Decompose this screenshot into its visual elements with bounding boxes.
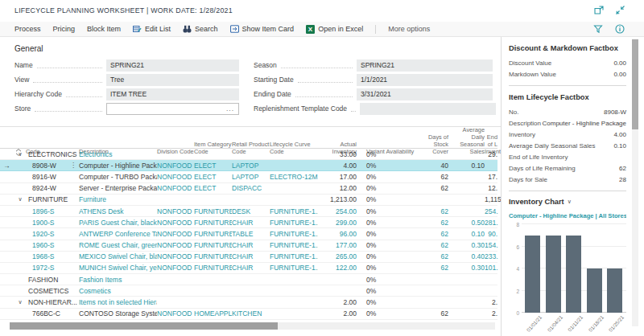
cell-days-of-stock-cover[interactable]: 62: [416, 264, 448, 272]
cell-variant-availability[interactable]: 0%: [366, 184, 416, 192]
cell-description[interactable]: MEXICO Swivel Chair, black: [79, 252, 157, 260]
cell-description[interactable]: Electronics: [79, 150, 157, 158]
cell-retail-product-code[interactable]: DISPACC: [232, 184, 270, 192]
cell-end-of-life-inventory[interactable]: 233.: [485, 252, 497, 260]
table-item-row[interactable]: 8916-WComputer - TURBO PackageNONFOODELE…: [0, 171, 497, 182]
cell-end-of-life-inventory[interactable]: 101.: [485, 264, 497, 272]
cell-code[interactable]: 1896-S: [26, 207, 79, 215]
cell-average-daily-seasonal-sales[interactable]: 0.30: [448, 264, 485, 272]
cell-variant-availability[interactable]: 0%: [366, 241, 416, 249]
edit-list-button[interactable]: Edit List: [133, 25, 171, 33]
cell-description[interactable]: Furniture: [79, 195, 157, 203]
cell-item-category-code[interactable]: FURNITURE: [194, 230, 232, 238]
cell-division-code[interactable]: NONFOOD: [157, 207, 194, 215]
cell-variant-availability[interactable]: 0%: [366, 162, 416, 170]
cell-lifecycle-curve-code[interactable]: FURNITURE-1...: [270, 219, 318, 227]
cell-end-of-life-inventory[interactable]: 90.: [485, 230, 497, 238]
open-in-excel-button[interactable]: X Open in Excel: [306, 25, 363, 34]
assist-edit-icon[interactable]: ...: [226, 104, 234, 114]
table-item-row[interactable]: 1968-SMEXICO Swivel Chair, blackNONFOODF…: [0, 252, 497, 263]
cell-actual-inventory[interactable]: 4.00: [318, 162, 357, 170]
cell-actual-inventory[interactable]: 265.00: [318, 252, 357, 260]
cell-actual-inventory[interactable]: 33.00: [318, 150, 357, 158]
cell-code[interactable]: 1900-S: [26, 219, 79, 227]
cell-days-of-stock-cover[interactable]: 40: [416, 162, 448, 170]
cell-division-code[interactable]: NONFOOD: [157, 184, 194, 192]
cell-average-daily-seasonal-sales[interactable]: 0.40: [448, 252, 485, 260]
cell-description[interactable]: Server - Enterprise Package: [79, 184, 157, 192]
cell-days-of-stock-cover[interactable]: 62: [416, 173, 448, 181]
cell-code[interactable]: 8924-W: [26, 184, 79, 192]
cell-division-code[interactable]: NONFOOD: [157, 264, 194, 272]
cell-variant-availability[interactable]: 0%: [366, 309, 416, 318]
cell-division-code[interactable]: NONFOOD: [157, 241, 194, 249]
process-menu[interactable]: Process: [14, 25, 41, 33]
cell-code[interactable]: 1968-S: [26, 252, 79, 260]
cell-retail-product-code[interactable]: CHAIR: [232, 219, 270, 227]
cell-item-category-code[interactable]: FURNITURE: [194, 252, 232, 260]
cell-retail-product-code[interactable]: DESK: [232, 207, 270, 215]
cell-description[interactable]: Computer - TURBO Package: [79, 173, 157, 181]
cell-item-category-code[interactable]: FURNITURE: [194, 219, 232, 227]
cell-code[interactable]: ELECTRONICS: [26, 150, 79, 158]
cell-description[interactable]: Cosmetics: [79, 287, 157, 295]
cell-average-daily-seasonal-sales[interactable]: 0.30: [448, 241, 485, 249]
cell-lifecycle-curve-code[interactable]: FURNITURE-1...: [270, 241, 318, 249]
cell-item-category-code[interactable]: FURNITURE: [194, 264, 232, 272]
cell-end-of-life-inventory[interactable]: 29.: [485, 150, 497, 158]
cell-end-of-life-inventory[interactable]: 281.: [485, 219, 497, 227]
cell-description[interactable]: PARIS Guest Chair, black: [79, 219, 157, 227]
panel-scrollbar-thumb[interactable]: [632, 39, 638, 129]
general-section-title[interactable]: General: [14, 44, 43, 53]
cell-description[interactable]: Items not in selected Hierarchy: [79, 298, 157, 306]
cell-description[interactable]: ROME Guest Chair, green: [79, 241, 157, 249]
table-group-row[interactable]: FASHIONFashion Items0%: [0, 274, 497, 285]
cell-item-category-code[interactable]: HOMEAPPL: [194, 309, 232, 318]
header-lifecycle-curve-code[interactable]: Lifecycle Curve Code: [270, 141, 318, 158]
cell-division-code[interactable]: NONFOOD: [157, 252, 194, 260]
cell-item-category-code[interactable]: ELECT: [194, 184, 232, 192]
cell-description[interactable]: MUNICH Swivel Chair, yellow: [79, 264, 157, 272]
cell-lifecycle-curve-code[interactable]: FURNITURE-1...: [270, 207, 318, 215]
table-group-row[interactable]: ∨NON-HIERAR...Items not in selected Hier…: [0, 297, 497, 308]
show-item-card-button[interactable]: Show Item Card: [230, 25, 295, 33]
cell-actual-inventory[interactable]: 12.00: [318, 184, 357, 192]
cell-code[interactable]: FURNITURE: [26, 195, 79, 203]
cell-end-of-life-inventory[interactable]: 254.: [485, 207, 497, 215]
cell-variant-availability[interactable]: 0%: [366, 287, 416, 295]
table-item-row[interactable]: 1960-SROME Guest Chair, greenNONFOODFURN…: [0, 240, 497, 252]
store-input[interactable]: ...: [106, 103, 239, 115]
cell-lifecycle-curve-code[interactable]: FURNITURE-1...: [270, 264, 318, 272]
cell-end-of-life-inventory[interactable]: 2.: [485, 298, 497, 306]
cell-average-daily-seasonal-sales[interactable]: 0.50: [448, 219, 485, 227]
cell-division-code[interactable]: NONFOOD: [157, 173, 194, 181]
open-in-new-window-icon[interactable]: [594, 6, 604, 14]
cell-days-of-stock-cover[interactable]: 62: [416, 241, 448, 249]
cell-actual-inventory[interactable]: 122.00: [318, 264, 357, 272]
pricing-menu[interactable]: Pricing: [53, 25, 76, 33]
cell-code[interactable]: NON-HIERAR...: [26, 298, 79, 306]
cell-average-daily-seasonal-sales[interactable]: 0.10: [448, 230, 485, 238]
cell-actual-inventory[interactable]: 96.00: [318, 230, 357, 238]
cell-days-of-stock-cover[interactable]: 62: [416, 230, 448, 238]
table-item-row[interactable]: 766BC-CCONTOSO Storage SystemNONFOODHOME…: [0, 309, 497, 320]
cell-code[interactable]: 1920-S: [26, 230, 79, 238]
cell-description[interactable]: Fashion Items: [79, 276, 157, 284]
block-item-menu[interactable]: Block Item: [87, 25, 121, 33]
cell-code[interactable]: COSMETICS: [26, 287, 79, 295]
cell-description[interactable]: Computer - Highline Package: [79, 162, 157, 170]
cell-variant-availability[interactable]: 0%: [366, 276, 416, 284]
cell-variant-availability[interactable]: 0%: [366, 298, 416, 306]
cell-item-category-code[interactable]: ELECT: [194, 173, 232, 181]
cell-days-of-stock-cover[interactable]: 62: [416, 207, 448, 215]
collapse-window-icon[interactable]: [616, 6, 625, 14]
cell-end-of-life-inventory[interactable]: 17.: [485, 173, 497, 181]
cell-retail-product-code[interactable]: CHAIR: [232, 241, 270, 249]
row-expand-chevron[interactable]: ∨: [14, 151, 26, 158]
header-item-category-code[interactable]: Item Category Code: [194, 141, 232, 158]
filter-icon[interactable]: [593, 24, 603, 34]
cell-variant-availability[interactable]: 0%: [366, 230, 416, 238]
cell-end-of-life-inventory[interactable]: 12.: [485, 184, 497, 192]
info-icon[interactable]: [615, 24, 625, 34]
cell-variant-availability[interactable]: 0%: [366, 219, 416, 227]
